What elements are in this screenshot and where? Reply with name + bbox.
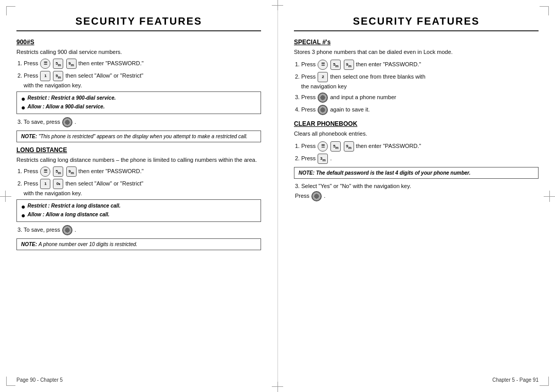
zero-key-2: 0₂ [53, 179, 63, 189]
special-step2b: the navigation key [301, 82, 539, 91]
footer: Page 90 - Chapter 5 Chapter 5 - Page 91 [0, 377, 555, 383]
left-section-title: SECURITY FEATURES [16, 15, 261, 31]
right-section-title: SECURITY FEATURES [294, 15, 539, 31]
three-key-1: 3m [318, 154, 328, 164]
clearphonebook-note-text: The default password is the last 4 digit… [316, 170, 471, 176]
900s-bullets: ● Restrict : Restrict a 900-dial service… [16, 91, 261, 114]
footer-right: Chapter 5 - Page 91 [492, 377, 539, 383]
nine-key-4: 9m [344, 141, 354, 152]
900s-note: NOTE: "This phone is restricted" appears… [16, 130, 261, 142]
900s-step2: 2. Press 1 9m then select "Allow" or "Re… [17, 71, 261, 81]
clearphonebook-step3: 3. Select "Yes" or "No" with the navigat… [295, 182, 539, 191]
900s-step3: 3. To save, press . [17, 117, 261, 127]
subsection-special-heading: SPECIAL #'s [294, 39, 539, 46]
five-key-3: 5m [330, 60, 341, 70]
longdist-bullet2: ● Allow : Allow a long distance call. [21, 211, 256, 219]
900s-note-label: NOTE: [21, 134, 37, 139]
menu-key-4: ☰ [318, 141, 328, 152]
right-column: SECURITY FEATURES SPECIAL #'s Stores 3 p… [278, 0, 555, 392]
five-key-2: 5m [53, 166, 63, 177]
menu-key-2: ☰ [40, 166, 50, 177]
clearphonebook-step1: 1. Press ☰ 5m 9m then enter "PASSWORD." [295, 141, 539, 152]
nine2-key-1: 9m [53, 71, 63, 81]
nav-key-3 [311, 191, 322, 201]
subsection-900s-heading: 900#S [16, 39, 261, 46]
longdist-bullets: ● Restrict : Restrict a long distance ca… [16, 199, 261, 222]
clearphonebook-step3b: Press . [295, 191, 539, 201]
nine-key-2: 9m [66, 166, 77, 177]
nav-key-2 [318, 105, 328, 115]
special-step2: 2. Press 2 then select one from three bl… [295, 72, 539, 82]
longdist-note-text: A phone number over 10 digits is restric… [39, 241, 138, 247]
longdist-bullet1: ● Restrict : Restrict a long distance ca… [21, 202, 256, 210]
save-key-2 [62, 225, 72, 235]
900s-bullet2: ● Allow : Allow a 900-dial service. [21, 103, 256, 111]
900s-step2b: with the navigation key. [24, 81, 261, 90]
menu-key-1: ☰ [40, 59, 50, 69]
900s-desc: Restricts calling 900 dial service numbe… [16, 48, 261, 57]
special-step4: 4. Press again to save it. [295, 105, 539, 115]
five-key-1: 5m [53, 59, 63, 69]
longdist-step3: 3. To save, press . [17, 225, 261, 235]
special-step1: 1. Press ☰ 5m 9m then enter "PASSWORD." [295, 60, 539, 70]
subsection-clearphonebook-heading: CLEAR PHONEBOOK [294, 120, 539, 127]
900s-note-text: "This phone is restricted" appears on th… [39, 134, 248, 139]
900s-step1: 1. Press ☰ 5m 9m then enter "PASSWORD." [17, 59, 261, 69]
clearphonebook-note-label: NOTE: [299, 170, 314, 176]
one-key-1: 1 [40, 71, 50, 81]
special-desc: Stores 3 phone numbers that can be diale… [294, 48, 539, 57]
five-key-4: 5m [330, 141, 341, 152]
two-key-1: 2 [318, 72, 328, 82]
clearphonebook-step2: 2. Press 3m . [295, 154, 539, 164]
special-step3: 3. Press and input a phone number [295, 92, 539, 103]
longdist-step2: 2. Press 1 0₂ then select "Allow" or "Re… [17, 179, 261, 189]
footer-left: Page 90 - Chapter 5 [16, 377, 63, 383]
menu-key-3: ☰ [318, 60, 328, 70]
nav-key-1 [318, 92, 328, 103]
longdist-note-label: NOTE: [21, 241, 37, 247]
clearphonebook-desc: Clears all phonebook entries. [294, 129, 539, 138]
clearphonebook-note: NOTE: The default password is the last 4… [294, 167, 539, 179]
page: SECURITY FEATURES 900#S Restricts callin… [0, 0, 555, 392]
subsection-longdist-heading: LONG DISTANCE [16, 146, 261, 154]
nine-key-1: 9m [66, 59, 77, 69]
longdist-note: NOTE: A phone number over 10 digits is r… [16, 238, 261, 250]
one-key-2: 1 [40, 179, 50, 189]
longdist-step2b: with the navigation key. [24, 189, 261, 198]
longdist-step1: 1. Press ☰ 5m 9m then enter "PASSWORD." [17, 166, 261, 177]
left-column: SECURITY FEATURES 900#S Restricts callin… [0, 0, 278, 392]
900s-bullet1: ● Restrict : Restrict a 900-dial service… [21, 95, 256, 102]
nine-key-3: 9m [344, 60, 354, 70]
save-key-1 [62, 117, 72, 127]
longdist-desc: Restricts calling long distance numbers … [16, 156, 261, 164]
